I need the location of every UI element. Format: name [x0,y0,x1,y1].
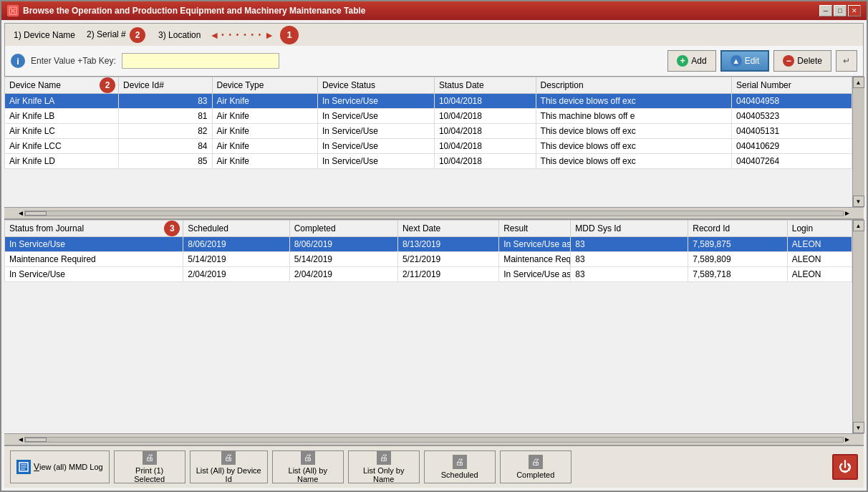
list-all-name-label: List (All) byName [289,466,327,483]
cell-device-id: 81 [119,109,212,124]
lower-scroll-up[interactable]: ▲ [853,220,864,231]
table-row[interactable]: Air Knife LC 82 Air Knife In Service/Use… [5,124,852,139]
window-title: Browse the Operation and Production Equi… [23,6,366,16]
table-row[interactable]: Air Knife LCC 84 Air Knife In Service/Us… [5,139,852,154]
cell-device-type: Air Knife [212,139,317,154]
list-only-name-label: List Only byName [363,466,404,483]
lower-scrollbar-v[interactable]: ▲ ▼ [852,220,864,433]
scroll-left-arrow[interactable]: ◄ [17,209,24,217]
list-only-name-icon: 🖨 [377,450,391,465]
badge-2: 2 [130,27,145,43]
cell-device-id: 84 [119,139,212,154]
add-button[interactable]: + Add [667,50,715,72]
upper-scrollbar-h[interactable]: ◄ ► [4,207,864,218]
cell-serial: 040410629 [732,139,852,154]
cell-device-status: In Service/Use [318,154,435,169]
badge-3: 3 [164,221,180,236]
delete-button[interactable]: − Delete [773,50,831,72]
cell-status-date: 10/04/2018 [434,154,536,169]
header-status-date: Status Date [434,77,536,94]
cell-status: Maintenance Required [5,252,183,267]
print-selected-label: Print (1)Selected [134,466,165,483]
lower-scroll-down[interactable]: ▼ [853,422,864,433]
header-scheduled: Scheduled [183,221,289,237]
list-all-name-icon: 🖨 [301,450,315,465]
table-row[interactable]: Maintenance Required 5/14/2019 5/14/2019… [5,252,852,267]
scroll-down-button[interactable]: ▼ [853,196,864,207]
cell-device-name: Air Knife LD [5,154,119,169]
list-all-name-button[interactable]: 🖨 List (All) byName [272,450,344,483]
cell-next-date: 5/21/2019 [397,252,498,267]
header-login: Login [787,221,852,237]
header-device-status: Device Status [318,77,435,94]
cell-description: This device blows off exc [536,139,732,154]
cell-completed: 2/04/2019 [289,267,397,282]
tab-device-name[interactable]: 1) Device Name [11,29,78,42]
cell-device-name: Air Knife LB [5,109,119,124]
close-button[interactable]: ✕ [848,5,861,16]
cell-device-name: Air Knife LA [5,94,119,109]
list-only-name-button[interactable]: 🖨 List Only byName [348,450,420,483]
cell-status-date: 10/04/2018 [434,94,536,109]
cell-device-status: In Service/Use [318,139,435,154]
value-input[interactable] [122,53,279,69]
cell-device-type: Air Knife [212,94,317,109]
table-row[interactable]: Air Knife LD 85 Air Knife In Service/Use… [5,154,852,169]
upper-table-section: Device Name 2 Device Id# Device Type Dev… [4,77,864,220]
view-mmd-button[interactable]: View (all) MMD Log [10,450,110,483]
tab-location[interactable]: 3) Location [155,29,203,42]
add-icon: + [677,55,688,67]
cell-device-type: Air Knife [212,124,317,139]
minimize-button[interactable]: ─ [819,5,832,16]
tab-bar: 1) Device Name 2) Serial # 2 3) Location… [4,23,864,46]
return-icon: ↵ [843,56,850,66]
table-row[interactable]: Air Knife LA 83 Air Knife In Service/Use… [5,94,852,109]
print-selected-button[interactable]: 🖨 Print (1)Selected [114,450,185,483]
lower-table-section: Status from Journal 3 Scheduled Complete… [4,220,864,445]
header-device-id: Device Id# [119,77,212,94]
cell-device-status: In Service/Use [318,94,435,109]
input-label: Enter Value +Tab Key: [31,56,116,66]
arrow-right-icon: ► [264,29,274,41]
cell-device-name: Air Knife LC [5,124,119,139]
completed-icon: 🖨 [529,455,543,469]
devices-table: Device Name 2 Device Id# Device Type Dev… [4,77,852,169]
cell-completed: 5/14/2019 [289,252,397,267]
edit-icon: ▲ [730,55,742,67]
cell-serial: 040404958 [732,94,852,109]
lower-scrollbar-h[interactable]: ◄ ► [4,433,864,445]
lower-scroll-left[interactable]: ◄ [17,435,24,443]
cell-result: In Service/Use as reported by C [499,267,571,282]
scroll-right-arrow[interactable]: ► [844,209,851,217]
cell-serial: 040405323 [732,109,852,124]
cell-device-type: Air Knife [212,154,317,169]
cell-description: This device blows off exc [536,124,732,139]
scheduled-button[interactable]: 🖨 Scheduled [424,450,496,483]
table-row[interactable]: In Service/Use 2/04/2019 2/04/2019 2/11/… [5,267,852,282]
header-status-journal: Status from Journal 3 [5,221,183,237]
edit-button[interactable]: ▲ Edit [720,50,770,72]
cell-device-type: Air Knife [212,109,317,124]
list-device-id-button[interactable]: 🖨 List (All) by DeviceId [190,450,268,483]
view-mmd-label: View (all) MMD Log [34,462,103,472]
cell-serial: 040407264 [732,154,852,169]
cell-completed: 8/06/2019 [289,237,397,252]
cell-record: 7,589,809 [688,252,787,267]
table-row[interactable]: Air Knife LB 81 Air Knife In Service/Use… [5,109,852,124]
scheduled-icon: 🖨 [453,455,467,469]
header-description: Description [536,77,732,94]
power-button[interactable]: ⏻ [832,454,858,480]
header-completed: Completed [289,221,397,237]
upper-scrollbar-v[interactable]: ▲ ▼ [852,77,864,207]
cell-status-date: 10/04/2018 [434,124,536,139]
cell-status-date: 10/04/2018 [434,109,536,124]
scroll-up-button[interactable]: ▲ [853,77,864,88]
completed-button[interactable]: 🖨 Completed [500,450,572,483]
table-row[interactable]: In Service/Use 8/06/2019 8/06/2019 8/13/… [5,237,852,252]
return-button[interactable]: ↵ [836,50,857,72]
cell-serial: 040405131 [732,124,852,139]
tab-serial[interactable]: 2) Serial # 2 [84,26,150,44]
power-icon: ⏻ [839,460,852,475]
lower-scroll-right[interactable]: ► [844,435,851,443]
maximize-button[interactable]: □ [834,5,847,16]
